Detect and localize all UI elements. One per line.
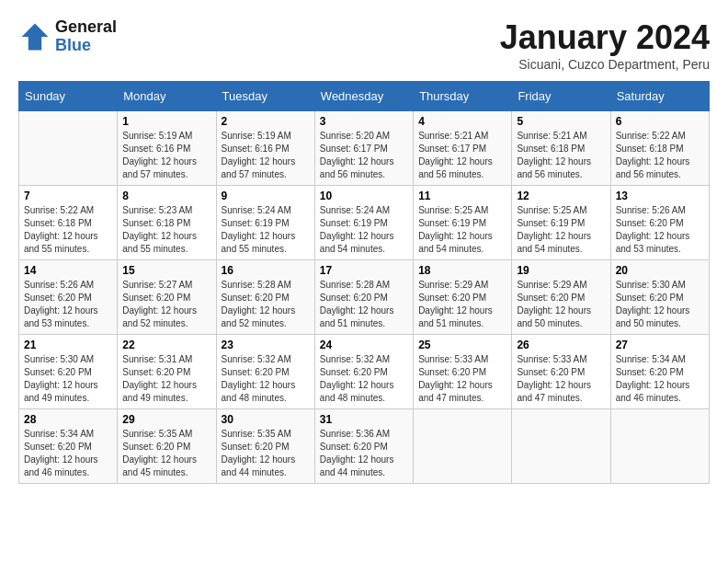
day-info: Sunrise: 5:25 AMSunset: 6:19 PMDaylight:… — [517, 204, 605, 256]
day-info: Sunrise: 5:34 AMSunset: 6:20 PMDaylight:… — [616, 353, 704, 405]
calendar-cell: 27Sunrise: 5:34 AMSunset: 6:20 PMDayligh… — [610, 335, 709, 409]
logo-general: General — [55, 17, 117, 36]
calendar-cell: 25Sunrise: 5:33 AMSunset: 6:20 PMDayligh… — [414, 335, 512, 409]
calendar-cell: 24Sunrise: 5:32 AMSunset: 6:20 PMDayligh… — [314, 335, 413, 409]
calendar-week-row: 7Sunrise: 5:22 AMSunset: 6:18 PMDaylight… — [19, 186, 710, 260]
day-info: Sunrise: 5:30 AMSunset: 6:20 PMDaylight:… — [24, 353, 112, 405]
day-number: 29 — [122, 413, 210, 426]
day-info: Sunrise: 5:31 AMSunset: 6:20 PMDaylight:… — [122, 353, 210, 405]
day-info: Sunrise: 5:26 AMSunset: 6:20 PMDaylight:… — [616, 204, 704, 256]
day-info: Sunrise: 5:33 AMSunset: 6:20 PMDaylight:… — [418, 353, 506, 405]
day-number: 20 — [616, 264, 704, 277]
page-header: General Blue January 2024 Sicuani, Cuzco… — [18, 18, 710, 72]
day-info: Sunrise: 5:36 AMSunset: 6:20 PMDaylight:… — [320, 428, 408, 479]
day-number: 11 — [418, 190, 506, 202]
weekday-header: Saturday — [610, 82, 709, 111]
day-number: 24 — [320, 339, 408, 351]
logo-text: General Blue — [55, 18, 117, 55]
calendar-week-row: 1Sunrise: 5:19 AMSunset: 6:16 PMDaylight… — [19, 111, 710, 186]
day-number: 10 — [320, 190, 408, 202]
day-number: 30 — [222, 413, 310, 426]
day-info: Sunrise: 5:28 AMSunset: 6:20 PMDaylight:… — [222, 279, 310, 330]
calendar-cell — [414, 409, 512, 484]
day-info: Sunrise: 5:33 AMSunset: 6:20 PMDaylight:… — [517, 353, 605, 405]
calendar-cell: 10Sunrise: 5:24 AMSunset: 6:19 PMDayligh… — [314, 186, 413, 260]
day-info: Sunrise: 5:22 AMSunset: 6:18 PMDaylight:… — [616, 130, 704, 181]
title-block: January 2024 Sicuani, Cuzco Department, … — [500, 18, 710, 72]
calendar-cell: 5Sunrise: 5:21 AMSunset: 6:18 PMDaylight… — [512, 111, 610, 186]
calendar-cell: 6Sunrise: 5:22 AMSunset: 6:18 PMDaylight… — [610, 111, 709, 186]
calendar-cell — [610, 409, 709, 484]
day-info: Sunrise: 5:25 AMSunset: 6:19 PMDaylight:… — [418, 204, 506, 256]
weekday-header: Tuesday — [216, 82, 314, 111]
day-number: 7 — [24, 190, 112, 202]
calendar-cell: 4Sunrise: 5:21 AMSunset: 6:17 PMDaylight… — [414, 111, 512, 186]
day-info: Sunrise: 5:20 AMSunset: 6:17 PMDaylight:… — [320, 130, 408, 181]
calendar-cell: 8Sunrise: 5:23 AMSunset: 6:18 PMDaylight… — [118, 186, 216, 260]
calendar-cell: 26Sunrise: 5:33 AMSunset: 6:20 PMDayligh… — [512, 335, 610, 409]
logo-blue: Blue — [55, 36, 91, 54]
day-number: 17 — [320, 264, 408, 277]
day-info: Sunrise: 5:19 AMSunset: 6:16 PMDaylight:… — [122, 130, 210, 181]
day-number: 4 — [418, 115, 506, 128]
day-info: Sunrise: 5:21 AMSunset: 6:18 PMDaylight:… — [517, 130, 605, 181]
day-number: 12 — [517, 190, 605, 202]
calendar-cell — [512, 409, 610, 484]
calendar-cell: 17Sunrise: 5:28 AMSunset: 6:20 PMDayligh… — [314, 260, 413, 335]
calendar-cell: 11Sunrise: 5:25 AMSunset: 6:19 PMDayligh… — [414, 186, 512, 260]
month-title: January 2024 — [500, 18, 710, 57]
day-number: 27 — [616, 339, 704, 351]
weekday-header: Wednesday — [314, 82, 413, 111]
day-info: Sunrise: 5:24 AMSunset: 6:19 PMDaylight:… — [320, 204, 408, 256]
weekday-header-row: SundayMondayTuesdayWednesdayThursdayFrid… — [19, 82, 710, 111]
weekday-header: Friday — [512, 82, 610, 111]
day-number: 28 — [24, 413, 112, 426]
day-info: Sunrise: 5:32 AMSunset: 6:20 PMDaylight:… — [222, 353, 310, 405]
day-info: Sunrise: 5:23 AMSunset: 6:18 PMDaylight:… — [122, 204, 210, 256]
day-number: 14 — [24, 264, 112, 277]
day-number: 15 — [122, 264, 210, 277]
calendar-cell: 12Sunrise: 5:25 AMSunset: 6:19 PMDayligh… — [512, 186, 610, 260]
day-info: Sunrise: 5:19 AMSunset: 6:16 PMDaylight:… — [222, 130, 310, 181]
calendar-cell: 15Sunrise: 5:27 AMSunset: 6:20 PMDayligh… — [118, 260, 216, 335]
weekday-header: Monday — [118, 82, 216, 111]
day-info: Sunrise: 5:28 AMSunset: 6:20 PMDaylight:… — [320, 279, 408, 330]
day-number: 9 — [222, 190, 310, 202]
day-number: 5 — [517, 115, 605, 128]
calendar-week-row: 28Sunrise: 5:34 AMSunset: 6:20 PMDayligh… — [19, 409, 710, 484]
calendar-cell: 14Sunrise: 5:26 AMSunset: 6:20 PMDayligh… — [19, 260, 118, 335]
day-info: Sunrise: 5:35 AMSunset: 6:20 PMDaylight:… — [222, 428, 310, 479]
day-number: 31 — [320, 413, 408, 426]
day-number: 2 — [222, 115, 310, 128]
calendar-cell: 18Sunrise: 5:29 AMSunset: 6:20 PMDayligh… — [414, 260, 512, 335]
calendar-cell: 28Sunrise: 5:34 AMSunset: 6:20 PMDayligh… — [19, 409, 118, 484]
day-info: Sunrise: 5:34 AMSunset: 6:20 PMDaylight:… — [24, 428, 112, 479]
day-info: Sunrise: 5:24 AMSunset: 6:19 PMDaylight:… — [222, 204, 310, 256]
svg-marker-0 — [22, 23, 49, 50]
day-info: Sunrise: 5:32 AMSunset: 6:20 PMDaylight:… — [320, 353, 408, 405]
calendar-cell: 13Sunrise: 5:26 AMSunset: 6:20 PMDayligh… — [610, 186, 709, 260]
calendar-cell: 2Sunrise: 5:19 AMSunset: 6:16 PMDaylight… — [216, 111, 314, 186]
calendar-cell: 20Sunrise: 5:30 AMSunset: 6:20 PMDayligh… — [610, 260, 709, 335]
calendar-cell: 30Sunrise: 5:35 AMSunset: 6:20 PMDayligh… — [216, 409, 314, 484]
calendar-cell: 31Sunrise: 5:36 AMSunset: 6:20 PMDayligh… — [314, 409, 413, 484]
day-number: 22 — [122, 339, 210, 351]
day-info: Sunrise: 5:29 AMSunset: 6:20 PMDaylight:… — [517, 279, 605, 330]
day-info: Sunrise: 5:26 AMSunset: 6:20 PMDaylight:… — [24, 279, 112, 330]
day-info: Sunrise: 5:35 AMSunset: 6:20 PMDaylight:… — [122, 428, 210, 479]
day-info: Sunrise: 5:22 AMSunset: 6:18 PMDaylight:… — [24, 204, 112, 256]
logo-icon — [18, 20, 51, 53]
day-number: 13 — [616, 190, 704, 202]
day-number: 25 — [418, 339, 506, 351]
calendar-cell: 22Sunrise: 5:31 AMSunset: 6:20 PMDayligh… — [118, 335, 216, 409]
logo: General Blue — [18, 18, 117, 55]
day-info: Sunrise: 5:29 AMSunset: 6:20 PMDaylight:… — [418, 279, 506, 330]
weekday-header: Sunday — [19, 82, 118, 111]
day-number: 16 — [222, 264, 310, 277]
calendar-cell: 19Sunrise: 5:29 AMSunset: 6:20 PMDayligh… — [512, 260, 610, 335]
day-number: 8 — [122, 190, 210, 202]
calendar-cell: 3Sunrise: 5:20 AMSunset: 6:17 PMDaylight… — [314, 111, 413, 186]
day-number: 18 — [418, 264, 506, 277]
calendar-cell: 29Sunrise: 5:35 AMSunset: 6:20 PMDayligh… — [118, 409, 216, 484]
calendar-table: SundayMondayTuesdayWednesdayThursdayFrid… — [18, 81, 710, 484]
